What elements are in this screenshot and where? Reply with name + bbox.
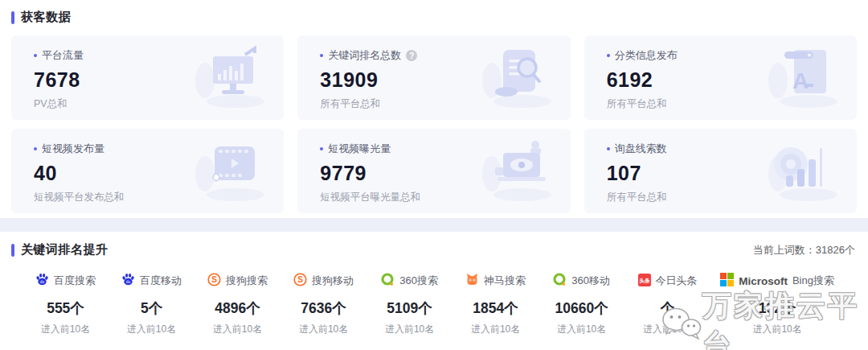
platform-head: du百度搜索 bbox=[35, 274, 96, 288]
keyword-title-text: 关键词排名提升 bbox=[21, 242, 108, 257]
platform-value: 5109个 bbox=[387, 299, 432, 318]
document-letter-illustration: A bbox=[762, 43, 842, 116]
svg-text:du: du bbox=[40, 280, 45, 284]
title-accent-bar bbox=[11, 11, 14, 24]
platform-value: 个 bbox=[661, 299, 675, 318]
platform-value: 192个 bbox=[759, 299, 796, 318]
bullet-dot-icon bbox=[607, 147, 610, 150]
platform-stat: 360移动10660个进入前10名 bbox=[538, 274, 624, 336]
card-label: 短视频曝光量 bbox=[328, 142, 391, 156]
platform-head: S搜狗移动 bbox=[293, 274, 354, 288]
stat-card: 分类信息发布6192所有平台总和A bbox=[584, 35, 857, 120]
stat-card: 短视频曝光量9779短视频平台曝光量总和 bbox=[297, 129, 570, 213]
platforms-row: du百度搜索555个进入前10名du百度移动5个进入前10名S搜狗搜索4896个… bbox=[11, 274, 855, 336]
acquisition-header: 获客数据 bbox=[11, 10, 857, 25]
platform-stat: S搜狗搜索4896个进入前10名 bbox=[194, 274, 280, 336]
keyword-ranking-panel: 关键词排名提升 当前上词数：31826个 du百度搜索555个进入前10名du百… bbox=[0, 232, 868, 350]
platform-stat: MicrosoftBing搜索192个进入前10名 bbox=[710, 274, 844, 336]
stat-card: 短视频发布量40短视频平台发布总和 bbox=[11, 129, 284, 213]
bullet-dot-icon bbox=[607, 54, 610, 57]
stat-card: 关键词排名总数?31909所有平台总和 bbox=[297, 35, 570, 120]
platform-caption: 进入前10名 bbox=[752, 323, 801, 336]
platform-caption: 进入前10名 bbox=[643, 323, 692, 336]
platform-name: 360移动 bbox=[571, 274, 610, 288]
360-ring-icon bbox=[553, 273, 567, 289]
baidu-paw-icon: du bbox=[35, 273, 49, 289]
video-film-illustration bbox=[189, 137, 269, 209]
platform-head: MicrosoftBing搜索 bbox=[720, 274, 834, 288]
bullet-dot-icon bbox=[34, 54, 37, 57]
title-accent-bar bbox=[11, 244, 14, 257]
platform-head: 360搜索 bbox=[381, 274, 438, 288]
stat-card: 平台流量7678PV总和 bbox=[11, 35, 284, 120]
svg-text:S: S bbox=[211, 275, 217, 284]
svg-text:A: A bbox=[792, 68, 809, 93]
screen-eye-illustration bbox=[476, 137, 556, 209]
platform-head: 神马搜索 bbox=[465, 274, 526, 288]
platform-value: 5个 bbox=[141, 299, 162, 318]
platform-stat: 头条今日头条个进入前10名 bbox=[624, 274, 710, 336]
card-label: 短视频发布量 bbox=[42, 142, 104, 156]
platform-name: 360搜索 bbox=[399, 274, 438, 288]
platform-value: 10660个 bbox=[555, 299, 608, 318]
stat-cards-grid: 平台流量7678PV总和关键词排名总数?31909所有平台总和分类信息发布619… bbox=[11, 35, 857, 213]
acquisition-section-title: 获客数据 bbox=[11, 10, 71, 25]
current-words-count: 当前上词数：31826个 bbox=[753, 243, 855, 257]
card-label: 分类信息发布 bbox=[615, 48, 678, 63]
bullet-dot-icon bbox=[34, 147, 37, 150]
platform-name: 搜狗移动 bbox=[312, 274, 354, 288]
360-ring-icon bbox=[381, 273, 395, 289]
platform-value: 555个 bbox=[47, 299, 84, 318]
sogou-s-icon: S bbox=[293, 273, 307, 289]
monitor-chart-illustration bbox=[189, 43, 269, 116]
platform-stat: 神马搜索1854个进入前10名 bbox=[452, 274, 538, 336]
platform-name: Bing搜索 bbox=[792, 274, 834, 288]
svg-text:头条: 头条 bbox=[639, 278, 650, 284]
platform-name: 百度移动 bbox=[140, 274, 182, 288]
platform-name: 神马搜索 bbox=[484, 274, 526, 288]
help-question-icon[interactable]: ? bbox=[406, 50, 417, 61]
platform-caption: 进入前10名 bbox=[471, 323, 520, 336]
platform-stat: du百度搜索555个进入前10名 bbox=[23, 274, 108, 336]
platform-head: S搜狗搜索 bbox=[207, 274, 268, 288]
platform-stat: S搜狗移动7636个进入前10名 bbox=[280, 274, 366, 336]
bullet-dot-icon bbox=[320, 147, 323, 150]
platform-head: 头条今日头条 bbox=[638, 274, 698, 288]
platform-name: 百度搜索 bbox=[54, 274, 96, 288]
shenma-head-icon bbox=[465, 273, 479, 289]
platform-name: 今日头条 bbox=[656, 274, 698, 288]
platform-brand: Microsoft bbox=[739, 275, 788, 287]
stat-card: 询盘线索数107所有平台总和 bbox=[584, 129, 857, 213]
platform-stat: du百度移动5个进入前10名 bbox=[108, 274, 194, 336]
svg-text:S: S bbox=[297, 275, 303, 284]
bullet-dot-icon bbox=[320, 54, 323, 57]
platform-stat: 360搜索5109个进入前10名 bbox=[366, 274, 452, 336]
keyword-section-title: 关键词排名提升 bbox=[11, 242, 108, 257]
document-magnifier-illustration bbox=[476, 43, 556, 116]
microsoft-logo-icon bbox=[720, 273, 734, 289]
platform-head: du百度移动 bbox=[121, 274, 182, 288]
toutiao-logo-icon: 头条 bbox=[638, 274, 651, 289]
gear-chart-illustration bbox=[762, 137, 842, 209]
platform-caption: 进入前10名 bbox=[385, 323, 434, 336]
platform-caption: 进入前10名 bbox=[41, 323, 90, 336]
svg-text:du: du bbox=[126, 280, 131, 284]
platform-value: 4896个 bbox=[215, 299, 260, 318]
acquisition-title-text: 获客数据 bbox=[21, 10, 71, 25]
platform-caption: 进入前10名 bbox=[557, 323, 606, 336]
platform-value: 1854个 bbox=[473, 299, 518, 318]
platform-head: 360移动 bbox=[553, 274, 610, 288]
card-label: 关键词排名总数 bbox=[328, 48, 401, 63]
baidu-paw-icon: du bbox=[121, 273, 135, 289]
keyword-header: 关键词排名提升 当前上词数：31826个 bbox=[11, 242, 855, 257]
platform-value: 7636个 bbox=[301, 299, 346, 318]
platform-caption: 进入前10名 bbox=[213, 323, 262, 336]
platform-caption: 进入前10名 bbox=[299, 323, 348, 336]
acquisition-panel: 获客数据 平台流量7678PV总和关键词排名总数?31909所有平台总和分类信息… bbox=[0, 0, 868, 218]
platform-caption: 进入前10名 bbox=[127, 323, 176, 336]
sogou-s-icon: S bbox=[207, 273, 221, 289]
card-label: 平台流量 bbox=[42, 48, 84, 63]
card-label: 询盘线索数 bbox=[615, 142, 667, 156]
platform-name: 搜狗搜索 bbox=[226, 274, 268, 288]
